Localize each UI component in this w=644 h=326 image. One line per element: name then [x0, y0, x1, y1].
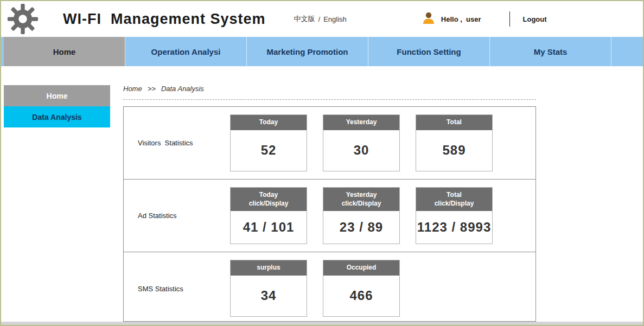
lang-separator: / — [318, 15, 321, 23]
breadcrumb-current: Data Analysis — [161, 85, 204, 93]
card-value: 30 — [323, 130, 399, 171]
nav-tab-home[interactable]: Home — [4, 37, 125, 66]
card-value: 1123 / 8993 — [416, 211, 492, 244]
nav-tabs: HomeOperation AnalysiMarketing Promotion… — [1, 37, 643, 66]
header-divider — [509, 11, 510, 27]
app-title: WI-FI Management System — [63, 11, 266, 28]
card-header: Total — [416, 115, 492, 130]
card-value: 589 — [416, 130, 492, 171]
section-ad-statistics: Ad StatisticsToday click/Display41 / 101… — [124, 180, 535, 252]
stat-card-yesterday: Yesterday30 — [323, 114, 400, 171]
lang-en-link[interactable]: English — [323, 15, 347, 23]
cards-row: surplus34Occupied466 — [230, 252, 400, 322]
stat-card-occupied: Occupied466 — [323, 260, 400, 317]
cards-row: Today52Yesterday30Total589 — [230, 107, 493, 179]
section-label: Visitors Statistics — [124, 107, 230, 179]
card-header: Yesterday click/Display — [323, 188, 399, 211]
cards-row: Today click/Display41 / 101Yesterday cli… — [230, 180, 493, 252]
stat-card-surplus: surplus34 — [230, 260, 307, 317]
logout-button[interactable]: Logout — [523, 15, 547, 23]
card-value: 23 / 89 — [323, 211, 399, 244]
breadcrumb-home[interactable]: Home — [123, 85, 142, 93]
window-bottom-edge — [1, 322, 643, 325]
main-content: Home >> Data Analysis Visitors Statistic… — [123, 84, 536, 322]
sidebar: HomeData Analysis — [4, 85, 110, 127]
stat-card-total-click-display: Total click/Display1123 / 8993 — [416, 187, 493, 244]
nav-tab-marketing-promotion[interactable]: Marketing Promotion — [247, 37, 368, 66]
stat-card-today: Today52 — [230, 114, 307, 171]
breadcrumb-separator: >> — [148, 85, 156, 93]
card-value: 52 — [231, 130, 307, 171]
section-visitors-statistics: Visitors StatisticsToday52Yesterday30Tot… — [124, 107, 535, 180]
card-value: 41 / 101 — [231, 211, 307, 244]
card-value: 466 — [323, 276, 399, 316]
section-sms-statistics: SMS Statisticssurplus34Occupied466 — [124, 252, 535, 322]
breadcrumb: Home >> Data Analysis — [123, 84, 536, 93]
nav-tab-my-stats[interactable]: My Stats — [490, 37, 611, 66]
user-area: Hello , user — [422, 11, 481, 27]
nav-tab-function-setting[interactable]: Function Setting — [368, 37, 490, 66]
stat-card-total: Total589 — [416, 114, 493, 171]
sidebar-item-data-analysis[interactable]: Data Analysis — [4, 106, 110, 127]
stats-panel: Visitors StatisticsToday52Yesterday30Tot… — [123, 106, 536, 322]
sidebar-item-home[interactable]: Home — [4, 85, 110, 106]
stat-card-today-click-display: Today click/Display41 / 101 — [230, 187, 307, 244]
lang-zh-link[interactable]: 中文版 — [294, 14, 315, 24]
card-header: surplus — [231, 260, 307, 276]
stat-card-yesterday-click-display: Yesterday click/Display23 / 89 — [323, 187, 400, 244]
language-switcher: 中文版 / English — [294, 14, 347, 24]
card-header: Occupied — [323, 260, 399, 276]
card-value: 34 — [231, 276, 307, 316]
section-label: SMS Statistics — [124, 252, 230, 322]
breadcrumb-divider — [123, 99, 536, 100]
section-label: Ad Statistics — [124, 180, 230, 252]
header: WI-FI Management System 中文版 / English He… — [1, 1, 643, 37]
card-header: Total click/Display — [416, 188, 492, 211]
card-header: Today — [231, 115, 307, 130]
card-header: Today click/Display — [231, 188, 307, 211]
nav-tab-operation-analysi[interactable]: Operation Analysi — [125, 37, 247, 66]
greeting-text: Hello , user — [441, 15, 481, 23]
card-header: Yesterday — [323, 115, 399, 130]
app-window: WI-FI Management System 中文版 / English He… — [0, 0, 644, 326]
user-avatar-icon — [422, 11, 436, 27]
gear-icon — [7, 3, 39, 35]
